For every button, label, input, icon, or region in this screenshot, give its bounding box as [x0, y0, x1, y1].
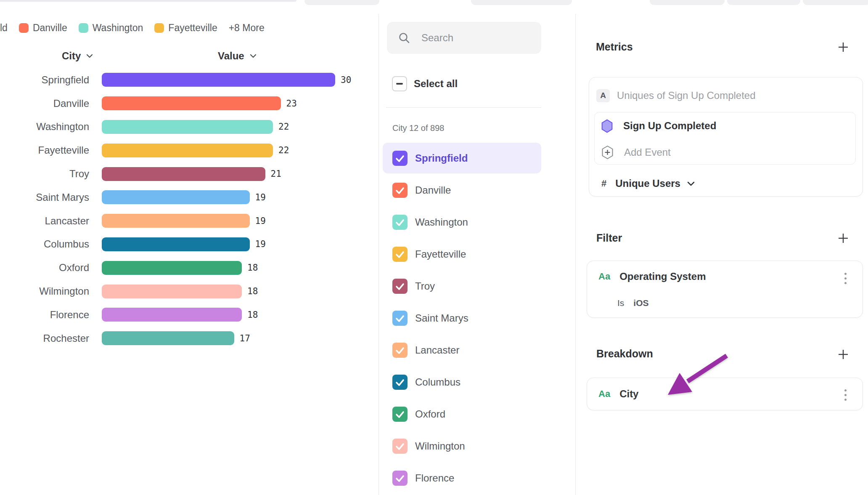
bar-value-label: 23	[286, 98, 297, 109]
city-item-label: Saint Marys	[415, 312, 468, 324]
select-all-row[interactable]: Select all	[392, 76, 458, 91]
bar[interactable]	[102, 261, 242, 275]
city-item-label: Florence	[415, 472, 454, 484]
city-item-label: Troy	[415, 280, 435, 292]
city-list-item[interactable]: Fayetteville	[383, 239, 541, 269]
add-event-hexagon-icon	[601, 145, 614, 160]
filter-kebab-menu[interactable]	[844, 273, 847, 284]
bar-value-label: 18	[247, 263, 258, 273]
bar[interactable]	[102, 237, 250, 251]
search-input[interactable]	[421, 32, 539, 44]
city-checkbox[interactable]	[392, 151, 408, 166]
legend-color-chip	[154, 23, 164, 33]
city-item-label: Oxford	[415, 408, 445, 420]
city-list-item[interactable]: Lancaster	[383, 335, 541, 365]
add-metric-button[interactable]	[838, 42, 849, 53]
checkmark-icon	[392, 343, 408, 358]
select-all-checkbox[interactable]	[392, 76, 407, 91]
legend-item-truncated: ld	[0, 22, 8, 34]
add-filter-button[interactable]	[838, 233, 849, 244]
city-checkbox[interactable]	[392, 375, 408, 390]
bar[interactable]	[102, 285, 242, 298]
bar-category-label: Wilmington	[0, 285, 102, 297]
measure-label: Unique Users	[615, 178, 680, 189]
legend-item[interactable]: Fayetteville	[154, 22, 217, 34]
bar-row: Washington22	[0, 115, 378, 139]
city-count-label: City 12 of 898	[392, 123, 444, 133]
breakdown-property-name: City	[619, 388, 638, 400]
legend-item[interactable]: Washington	[79, 22, 143, 34]
city-checkbox[interactable]	[392, 183, 408, 198]
city-checkbox[interactable]	[392, 471, 408, 486]
city-list-item[interactable]: Troy	[383, 271, 541, 301]
metric-summary-row[interactable]: A Uniques of Sign Up Completed	[596, 88, 756, 103]
legend-more-button[interactable]: +8 More	[229, 22, 265, 34]
city-checkbox[interactable]	[392, 439, 408, 454]
checkmark-icon	[392, 407, 408, 422]
legend-item[interactable]: Danville	[19, 22, 67, 34]
filter-clause-row[interactable]: Is iOS	[617, 298, 649, 308]
column-header-value[interactable]: Value	[218, 50, 257, 62]
bar-row: Springfield30	[0, 68, 378, 92]
city-checkbox[interactable]	[392, 311, 408, 326]
checkmark-icon	[392, 247, 408, 262]
city-checkbox[interactable]	[392, 407, 408, 422]
select-all-label: Select all	[414, 78, 458, 90]
legend-item-label: Fayetteville	[168, 22, 217, 34]
breakdown-kebab-menu[interactable]	[844, 389, 847, 401]
checkmark-icon	[392, 151, 408, 166]
bar[interactable]	[102, 120, 273, 134]
bar[interactable]	[102, 308, 242, 322]
checkmark-icon	[392, 375, 408, 390]
event-card: Sign Up Completed Add Event	[594, 112, 856, 165]
bar-value-label: 19	[255, 192, 266, 202]
metric-letter-badge: A	[596, 89, 610, 102]
city-checkbox[interactable]	[392, 215, 408, 230]
city-list-item[interactable]: Wilmington	[383, 431, 541, 461]
city-item-label: Columbus	[415, 376, 460, 388]
legend-item-label: Danville	[33, 22, 67, 34]
city-list-item[interactable]: Columbus	[383, 367, 541, 397]
city-checkbox[interactable]	[392, 279, 408, 294]
checkmark-icon	[392, 215, 408, 230]
city-list-item[interactable]: Saint Marys	[383, 303, 541, 333]
bar-category-label: Oxford	[0, 262, 102, 274]
city-checkbox[interactable]	[392, 343, 408, 358]
city-list-item[interactable]: Danville	[383, 175, 541, 205]
bar[interactable]	[102, 167, 265, 181]
chart-legend: ld DanvilleWashingtonFayetteville +8 Mor…	[0, 22, 265, 34]
bar[interactable]	[102, 73, 335, 87]
city-list-item[interactable]: Florence	[383, 463, 541, 493]
search-box[interactable]	[387, 22, 541, 54]
city-list-item[interactable]: Springfield	[383, 143, 541, 173]
city-list-item[interactable]: Washington	[383, 207, 541, 237]
bar[interactable]	[102, 96, 281, 110]
bar[interactable]	[102, 144, 273, 157]
filter-property-row[interactable]: Aa Operating System	[598, 271, 706, 282]
add-event-row[interactable]: Add Event	[601, 145, 671, 160]
filter-section-title: Filter	[596, 232, 622, 244]
bar-value-label: 17	[240, 333, 250, 343]
column-header-city[interactable]: City	[62, 50, 93, 62]
bar-row: Danville23	[0, 92, 378, 115]
indeterminate-minus-icon	[396, 83, 403, 84]
chevron-down-icon	[687, 181, 695, 186]
bar-category-label: Washington	[0, 121, 102, 133]
bar[interactable]	[102, 190, 250, 204]
measure-selector[interactable]: # Unique Users	[601, 176, 695, 191]
top-pill-fragment-1	[304, 0, 379, 5]
legend-item-label: Washington	[93, 22, 143, 34]
bar-chart: Springfield30Danville23Washington22Fayet…	[0, 68, 378, 350]
bar-row: Wilmington18	[0, 279, 378, 303]
add-breakdown-button[interactable]	[838, 349, 849, 360]
search-icon	[398, 32, 410, 44]
city-checkbox[interactable]	[392, 247, 408, 262]
city-list: SpringfieldDanvilleWashingtonFayettevill…	[383, 143, 541, 495]
bar[interactable]	[102, 331, 234, 345]
event-row[interactable]: Sign Up Completed	[601, 119, 716, 133]
breakdown-property-row[interactable]: Aa City	[598, 388, 638, 400]
bar-category-label: Danville	[0, 98, 102, 109]
city-list-item[interactable]: Oxford	[383, 399, 541, 429]
sort-chevron-down-icon	[86, 54, 93, 58]
bar[interactable]	[102, 214, 250, 228]
